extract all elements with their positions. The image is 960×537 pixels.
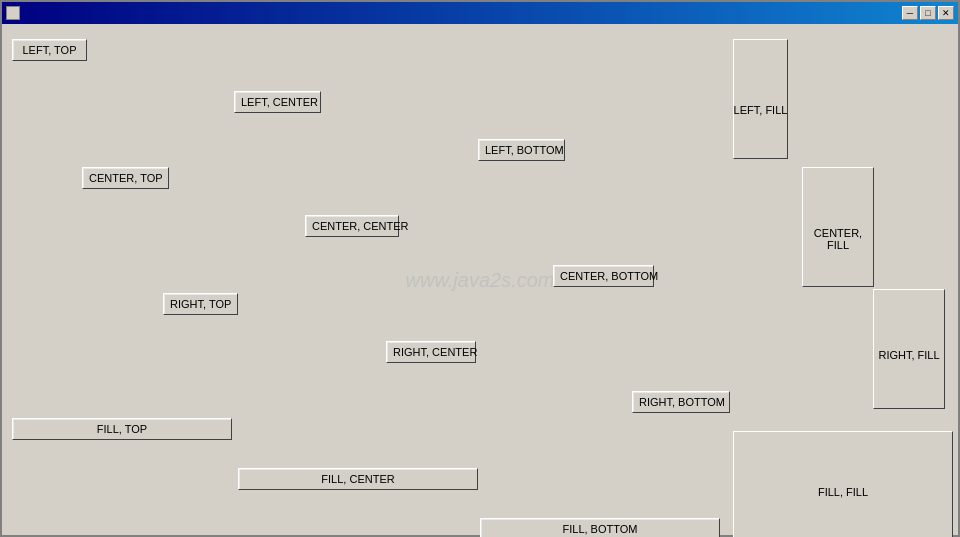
center-center-button[interactable]: CENTER, CENTER bbox=[305, 215, 399, 237]
center-bottom-button[interactable]: CENTER, BOTTOM bbox=[553, 265, 654, 287]
minimize-button[interactable]: ─ bbox=[902, 6, 918, 20]
watermark: www.java2s.com bbox=[406, 268, 555, 291]
left-fill-rect bbox=[733, 39, 788, 159]
maximize-button[interactable]: □ bbox=[920, 6, 936, 20]
app-icon bbox=[6, 6, 20, 20]
center-fill-label: CENTER, FILL bbox=[802, 227, 874, 251]
titlebar: ─ □ ✕ bbox=[2, 2, 958, 24]
left-center-button[interactable]: LEFT, CENTER bbox=[234, 91, 321, 113]
fill-center-button[interactable]: FILL, CENTER bbox=[238, 468, 478, 490]
close-button[interactable]: ✕ bbox=[938, 6, 954, 20]
main-window: ─ □ ✕ www.java2s.com LEFT, TOPLEFT, CENT… bbox=[0, 0, 960, 537]
left-fill-label: LEFT, FILL bbox=[733, 104, 788, 116]
right-top-button[interactable]: RIGHT, TOP bbox=[163, 293, 238, 315]
fill-bottom-button[interactable]: FILL, BOTTOM bbox=[480, 518, 720, 537]
center-top-button[interactable]: CENTER, TOP bbox=[82, 167, 169, 189]
right-fill-label: RIGHT, FILL bbox=[873, 349, 945, 361]
fill-fill-rect bbox=[733, 431, 953, 537]
fill-top-button[interactable]: FILL, TOP bbox=[12, 418, 232, 440]
left-top-button[interactable]: LEFT, TOP bbox=[12, 39, 87, 61]
fill-fill-label: FILL, FILL bbox=[733, 486, 953, 498]
right-center-button[interactable]: RIGHT, CENTER bbox=[386, 341, 476, 363]
window-controls: ─ □ ✕ bbox=[902, 6, 954, 20]
content-area: www.java2s.com LEFT, TOPLEFT, CENTERLEFT… bbox=[2, 24, 958, 535]
left-bottom-button[interactable]: LEFT, BOTTOM bbox=[478, 139, 565, 161]
right-bottom-button[interactable]: RIGHT, BOTTOM bbox=[632, 391, 730, 413]
